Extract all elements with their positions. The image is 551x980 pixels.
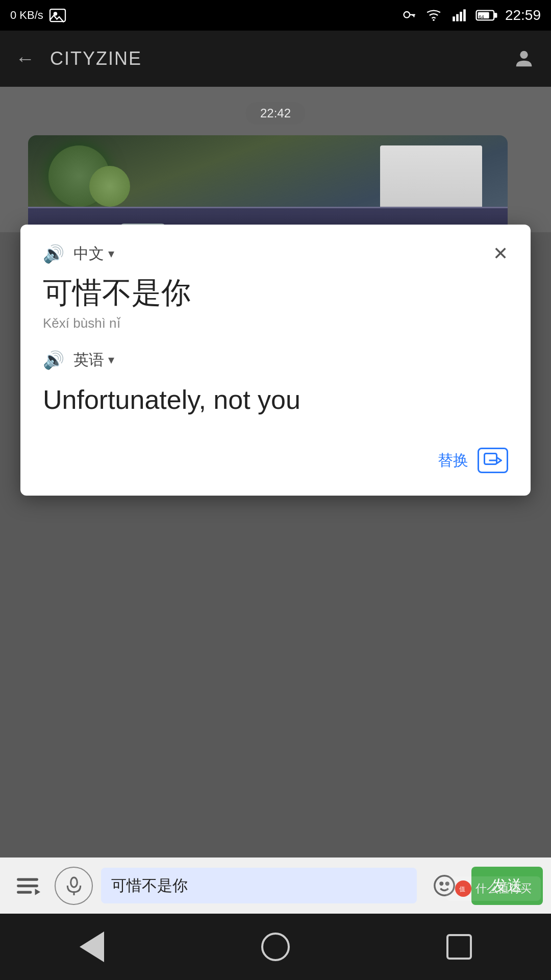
app-bar: ← CITYZINE	[0, 31, 551, 87]
source-lang-label: 中文	[73, 243, 104, 264]
action-row: 替换	[43, 448, 508, 473]
profile-icon[interactable]	[512, 47, 536, 70]
svg-rect-7	[453, 16, 455, 21]
recents-square-icon	[446, 934, 472, 960]
photo-icon	[48, 6, 67, 24]
source-text: 可惜不是你	[43, 275, 508, 310]
home-circle-icon	[261, 933, 290, 961]
wifi-icon	[424, 8, 443, 22]
status-time: 22:59	[505, 7, 541, 23]
target-lang-row: 🔊 英语 ▾	[43, 350, 508, 371]
svg-point-15	[520, 51, 528, 59]
nav-recents-button[interactable]	[439, 926, 480, 967]
svg-rect-16	[485, 454, 497, 464]
nav-back-button[interactable]	[71, 926, 112, 967]
target-speaker-button[interactable]: 🔊	[43, 350, 64, 370]
translation-popup: 🔊 中文 ▾ ✕ 可惜不是你 Kěxí bùshì nǐ 🔊 英语 ▾ Unfo…	[20, 225, 531, 496]
svg-marker-21	[35, 889, 40, 895]
message-timestamp: 22:42	[246, 102, 305, 125]
svg-point-2	[404, 12, 410, 18]
svg-rect-19	[17, 885, 38, 887]
target-lang-chevron-icon: ▾	[108, 353, 114, 367]
status-icons: 64 22:59	[401, 7, 541, 23]
replace-symbol-icon	[484, 453, 502, 468]
svg-rect-10	[463, 9, 466, 21]
svg-rect-8	[456, 14, 459, 21]
nav-home-button[interactable]	[255, 926, 296, 967]
replace-icon-button[interactable]	[478, 448, 508, 473]
list-icon	[15, 873, 40, 898]
status-left: 0 KB/s	[10, 6, 67, 24]
signal-icon	[450, 8, 468, 22]
source-speaker-button[interactable]: 🔊	[43, 243, 64, 264]
close-button[interactable]: ✕	[493, 243, 508, 264]
svg-rect-18	[17, 878, 38, 880]
voice-button[interactable]	[55, 867, 93, 905]
back-triangle-icon	[80, 932, 104, 962]
watermark-text: 什么值得买	[475, 881, 532, 896]
target-lang-select[interactable]: 英语 ▾	[73, 350, 114, 371]
watermark-badge: 值 什么值得买	[446, 876, 541, 901]
svg-point-25	[440, 883, 442, 885]
source-lang-chevron-icon: ▾	[108, 247, 114, 261]
source-lang-select[interactable]: 中文 ▾	[73, 243, 114, 264]
svg-rect-0	[50, 9, 65, 21]
keyboard-toggle-button[interactable]	[8, 867, 46, 905]
watermark-icon: 值	[455, 880, 471, 897]
key-icon	[401, 8, 417, 22]
battery-icon: 64	[475, 8, 498, 22]
svg-text:64: 64	[479, 14, 484, 19]
message-input[interactable]: 可惜不是你	[101, 868, 417, 903]
plant-decoration-2	[89, 166, 130, 207]
svg-rect-12	[494, 13, 497, 17]
app-title: CITYZINE	[50, 48, 512, 69]
voice-icon	[64, 876, 84, 895]
source-pinyin: Kěxí bùshì nǐ	[43, 315, 508, 331]
svg-point-6	[433, 19, 435, 21]
translated-text: Unfortunately, not you	[43, 383, 508, 418]
nav-bar	[0, 914, 551, 980]
svg-rect-9	[460, 12, 462, 21]
svg-point-22	[70, 877, 77, 887]
target-lang-label: 英语	[73, 350, 104, 371]
back-button[interactable]: ←	[15, 48, 35, 70]
replace-button[interactable]: 替换	[438, 450, 468, 471]
status-bar: 0 KB/s 64 22:59	[0, 0, 551, 31]
source-lang-row: 🔊 中文 ▾ ✕	[43, 243, 508, 264]
status-kb: 0 KB/s	[10, 9, 43, 22]
svg-rect-20	[17, 891, 32, 893]
svg-text:值: 值	[459, 886, 465, 893]
